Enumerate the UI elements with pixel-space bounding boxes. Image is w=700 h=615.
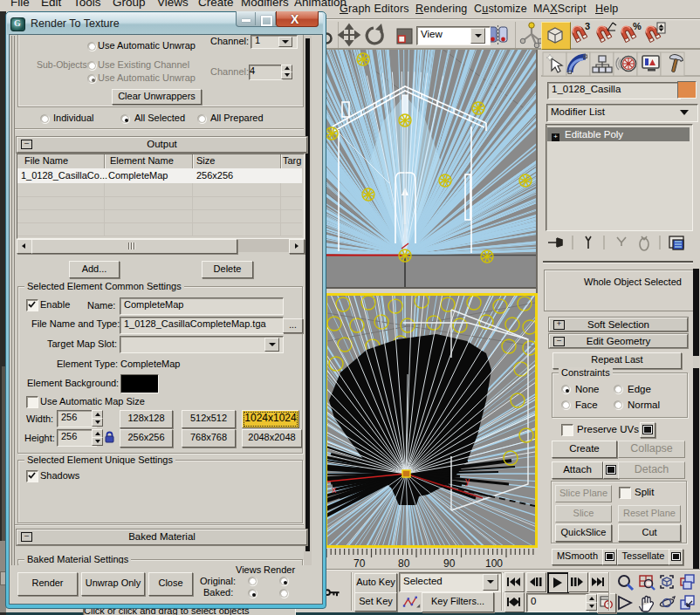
svg-text:3: 3 [585,21,590,31]
svg-text:x: x [332,485,336,495]
svg-text:y: y [465,476,470,486]
svg-text:90: 90 [443,557,456,570]
svg-text:%: % [633,21,642,31]
svg-text:70: 70 [353,557,366,570]
svg-text:80: 80 [398,557,410,570]
svg-text:100: 100 [485,557,503,570]
